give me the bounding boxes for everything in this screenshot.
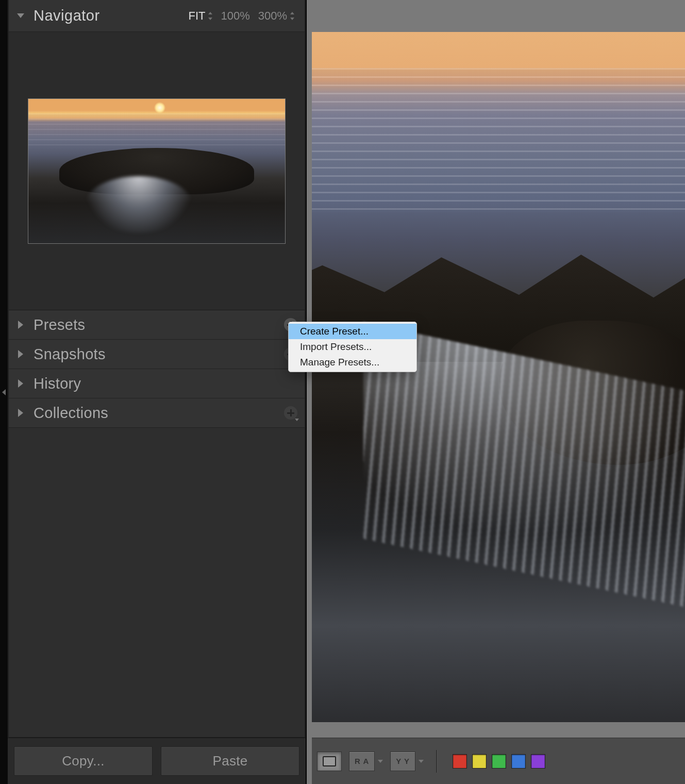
chevron-down-icon[interactable] bbox=[17, 13, 24, 18]
separator bbox=[436, 750, 437, 773]
menu-create-preset[interactable]: Create Preset... bbox=[289, 324, 416, 339]
panel-snapshots-label: Snapshots bbox=[34, 346, 106, 363]
chevron-right-icon bbox=[18, 379, 23, 388]
swatch-yellow[interactable] bbox=[472, 754, 487, 769]
menu-import-presets[interactable]: Import Presets... bbox=[289, 339, 416, 355]
panel-history[interactable]: History bbox=[9, 369, 305, 398]
panel-presets-label: Presets bbox=[34, 316, 85, 333]
navigator-preview-area bbox=[9, 32, 305, 310]
dropdown-icon[interactable] bbox=[378, 760, 383, 763]
chevron-right-icon bbox=[18, 409, 23, 417]
paste-button[interactable]: Paste bbox=[161, 746, 299, 776]
swatch-green[interactable] bbox=[492, 754, 506, 769]
swatch-blue[interactable] bbox=[511, 754, 526, 769]
left-panel: Navigator FIT 100% 300% bbox=[0, 0, 307, 784]
updown-icon bbox=[290, 12, 294, 20]
preset-context-menu: Create Preset... Import Presets... Manag… bbox=[288, 322, 417, 372]
add-collection-button[interactable] bbox=[284, 406, 297, 420]
navigator-thumbnail[interactable] bbox=[28, 98, 286, 244]
loupe-icon bbox=[323, 756, 336, 766]
navigator-title: Navigator bbox=[34, 7, 100, 24]
dropdown-icon[interactable] bbox=[419, 760, 424, 763]
navigator-header: Navigator FIT 100% 300% bbox=[9, 0, 305, 32]
view-ra-button[interactable]: R A bbox=[349, 752, 375, 771]
main-toolbar: R A Y Y bbox=[312, 738, 685, 784]
panel-empty-area bbox=[9, 428, 305, 737]
zoom-300-label: 300% bbox=[258, 9, 287, 23]
zoom-fit[interactable]: FIT bbox=[185, 8, 215, 24]
panel-expand-handle[interactable] bbox=[0, 374, 8, 410]
main-preview-area: R A Y Y bbox=[307, 0, 685, 784]
panel-snapshots[interactable]: Snapshots bbox=[9, 340, 305, 369]
view-yy-button[interactable]: Y Y bbox=[390, 752, 415, 771]
updown-icon bbox=[208, 12, 212, 20]
menu-manage-presets[interactable]: Manage Presets... bbox=[289, 355, 416, 370]
panel-collections-label: Collections bbox=[34, 405, 108, 422]
panel-history-label: History bbox=[34, 375, 81, 392]
bottom-button-bar: Copy... Paste bbox=[8, 738, 306, 784]
view-loupe-button[interactable] bbox=[317, 752, 342, 771]
zoom-fit-label: FIT bbox=[188, 9, 205, 23]
chevron-right-icon bbox=[18, 350, 23, 358]
zoom-300[interactable]: 300% bbox=[255, 8, 297, 24]
panel-collections[interactable]: Collections bbox=[9, 398, 305, 428]
main-image-preview[interactable] bbox=[312, 32, 685, 738]
color-label-swatches bbox=[453, 754, 545, 769]
panel-presets[interactable]: Presets bbox=[9, 310, 305, 340]
chevron-right-icon bbox=[18, 321, 23, 329]
copy-button[interactable]: Copy... bbox=[14, 746, 153, 776]
zoom-100[interactable]: 100% bbox=[218, 8, 253, 24]
swatch-purple[interactable] bbox=[531, 754, 545, 769]
swatch-red[interactable] bbox=[453, 754, 467, 769]
